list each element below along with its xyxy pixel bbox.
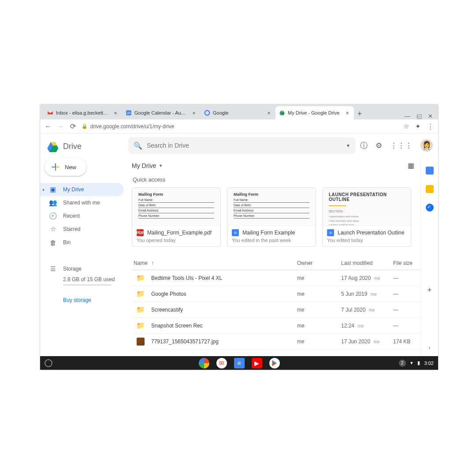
collapse-panel-icon[interactable]: › — [429, 345, 431, 351]
file-row[interactable]: 📁Screencastifyme7 Jul 2020 me— — [132, 302, 430, 318]
close-icon[interactable]: × — [112, 110, 119, 116]
calendar-addon-icon[interactable] — [426, 167, 434, 175]
battery-icon: ▮ — [417, 360, 420, 366]
sidebar-item-starred[interactable]: ☆ Starred — [40, 223, 124, 236]
reload-icon[interactable]: ⟳ — [69, 123, 76, 130]
calendar-icon: 20 — [126, 110, 132, 116]
card-thumbnail: Mailing Form — [227, 188, 316, 226]
folder-shared-icon: 📁 — [136, 274, 145, 282]
trash-icon: 🗑 — [49, 239, 57, 246]
extensions-icon[interactable]: ✦ — [415, 123, 421, 130]
star-icon[interactable]: ☆ — [403, 123, 409, 130]
tab-google[interactable]: Google × — [201, 106, 275, 119]
new-tab-button[interactable]: + — [354, 108, 365, 119]
chrome-icon[interactable] — [199, 358, 209, 368]
get-addons-icon[interactable]: + — [427, 286, 432, 295]
play-store-icon[interactable] — [269, 358, 280, 368]
main-content: My Drive ▼ ▦ ⓘ Quick access Mailing Form — [124, 134, 438, 356]
quick-access-card[interactable]: Mailing Form PDFMailing_Form_Example.pdf… — [132, 187, 221, 247]
grid-view-icon[interactable]: ▦ — [408, 161, 414, 171]
wifi-icon: ▾ — [410, 360, 413, 366]
forward-icon[interactable]: → — [57, 123, 64, 130]
breadcrumb-dropdown-icon[interactable]: ▼ — [159, 164, 163, 168]
file-name: 779137_1565043571727.jpg — [151, 338, 297, 345]
close-window-icon[interactable]: ✕ — [428, 113, 433, 119]
tab-calendar[interactable]: 20 Google Calendar - August 2020 × — [122, 106, 201, 119]
close-icon[interactable]: × — [266, 110, 272, 116]
sidebar-label: Recent — [63, 213, 80, 219]
file-modified: 17 Aug 2020 me — [341, 275, 393, 281]
file-owner: me — [297, 291, 341, 297]
expand-caret-icon[interactable]: ▸ — [43, 187, 45, 192]
column-owner[interactable]: Owner — [297, 260, 341, 266]
sidebar-item-my-drive[interactable]: ▸ ▣ My Drive — [40, 183, 124, 196]
sidebar-label: Shared with me — [63, 200, 100, 206]
sidebar-label: My Drive — [63, 186, 84, 193]
storage-section: ☰ Storage 2.8 GB of 15 GB used Buy stora… — [40, 262, 124, 303]
side-panel: + › — [420, 158, 438, 356]
quick-access-card[interactable]: LAUNCH PRESENTATION OUTLINE SECTION • pr… — [322, 187, 411, 247]
quick-access-card[interactable]: Mailing Form ≡Mailing Form Example You e… — [227, 187, 316, 247]
file-row[interactable]: 📁Google Photosme5 Jun 2019 me— — [132, 286, 430, 302]
file-row[interactable]: 779137_1565043571727.jpgme17 Jun 2020 me… — [132, 334, 430, 350]
column-modified[interactable]: Last modified — [341, 260, 393, 266]
doc-icon: ≡ — [327, 229, 334, 236]
launcher-icon[interactable] — [45, 359, 52, 367]
tab-title: My Drive - Google Drive — [288, 110, 342, 115]
column-name[interactable]: Name↑ — [134, 260, 297, 266]
browser-window: Inbox - elisa.g.beckett@gmail.c… × 20 Go… — [40, 104, 439, 370]
sidebar-item-bin[interactable]: 🗑 Bin — [40, 236, 124, 249]
minimize-icon[interactable]: — — [405, 113, 410, 119]
sidebar-label: Bin — [63, 239, 71, 245]
quick-access-row: Mailing Form PDFMailing_Form_Example.pdf… — [132, 187, 430, 247]
drive-icon — [279, 110, 285, 116]
pdf-icon: PDF — [137, 229, 144, 236]
sidebar-item-shared[interactable]: 👥 Shared with me — [40, 196, 124, 209]
tasks-addon-icon[interactable] — [426, 204, 434, 212]
os-shelf: ✉ ≡ ▶ 2 ▾ ▮ 3:02 — [40, 356, 438, 370]
doc-icon: ≡ — [232, 229, 239, 236]
url-text: drive.google.com/drive/u/1/my-drive — [90, 123, 174, 130]
sidebar-item-storage[interactable]: ☰ Storage — [49, 262, 124, 275]
back-icon[interactable]: ← — [45, 123, 52, 130]
clock-icon: 🕘 — [49, 212, 57, 220]
file-row[interactable]: 📁Bedtime Tools UIs - Pixel 4 XLme17 Aug … — [132, 270, 430, 286]
sort-arrow-icon[interactable]: ↑ — [151, 260, 154, 266]
plus-icon — [51, 162, 60, 172]
docs-icon[interactable]: ≡ — [234, 358, 245, 368]
storage-label: Storage — [63, 266, 82, 272]
status-tray[interactable]: 2 ▾ ▮ 3:02 — [399, 360, 434, 367]
file-modified: 7 Jul 2020 me — [341, 307, 393, 313]
breadcrumb: My Drive ▼ ▦ ⓘ — [124, 157, 438, 174]
image-icon — [137, 338, 145, 346]
file-scroll-area[interactable]: Quick access Mailing Form PDFMailing_For… — [124, 174, 438, 356]
gmail-icon[interactable]: ✉ — [216, 358, 227, 368]
address-bar[interactable]: 🔒 drive.google.com/drive/u/1/my-drive — [82, 123, 398, 130]
folder-shared-icon: 📁 — [136, 321, 145, 330]
tab-title: Google — [213, 110, 263, 115]
new-button[interactable]: New — [45, 158, 86, 176]
close-icon[interactable]: × — [344, 110, 350, 116]
close-icon[interactable]: × — [191, 110, 197, 116]
file-owner: me — [297, 338, 341, 345]
breadcrumb-label[interactable]: My Drive — [132, 162, 156, 169]
google-icon — [204, 110, 210, 116]
notification-badge[interactable]: 2 — [399, 360, 406, 367]
browser-toolbar: ← → ⟳ 🔒 drive.google.com/drive/u/1/my-dr… — [40, 119, 438, 134]
file-name: Bedtime Tools UIs - Pixel 4 XL — [151, 275, 297, 281]
tab-gmail[interactable]: Inbox - elisa.g.beckett@gmail.c… × — [44, 106, 122, 119]
youtube-icon[interactable]: ▶ — [252, 358, 262, 368]
maximize-icon[interactable]: ◱ — [416, 113, 422, 119]
buy-storage-link[interactable]: Buy storage — [49, 297, 124, 303]
menu-icon[interactable]: ⋮ — [427, 123, 434, 130]
tab-drive[interactable]: My Drive - Google Drive × — [275, 106, 354, 119]
file-row[interactable]: 📁Snapshot Screen Recme12:24 me— — [132, 318, 430, 334]
keep-addon-icon[interactable] — [426, 185, 434, 193]
clock-text: 3:02 — [424, 361, 434, 366]
storage-used-text: 2.8 GB of 15 GB used — [49, 276, 124, 286]
file-owner: me — [297, 307, 341, 313]
sidebar-item-recent[interactable]: 🕘 Recent — [40, 209, 124, 223]
card-thumbnail: LAUNCH PRESENTATION OUTLINE SECTION • pr… — [323, 188, 411, 226]
new-label: New — [65, 164, 76, 171]
file-name: Google Photos — [151, 291, 297, 297]
